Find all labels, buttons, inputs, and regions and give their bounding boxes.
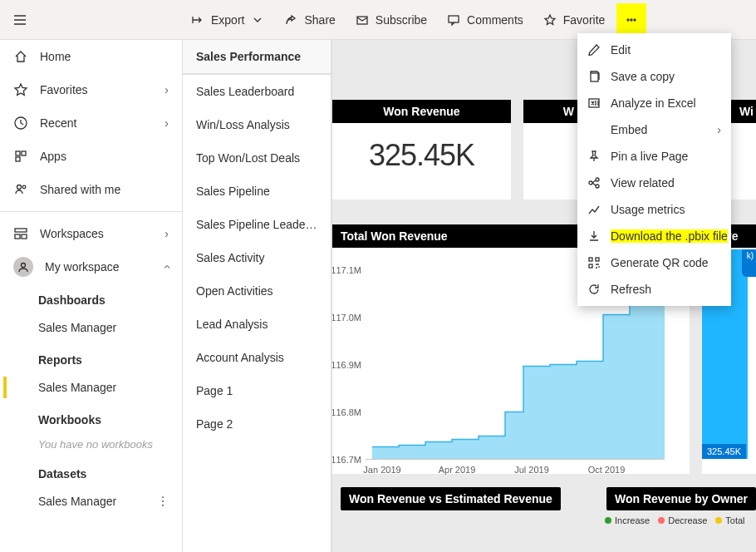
avatar-icon	[13, 257, 33, 277]
dashboard-sales-manager[interactable]: Sales Manager	[0, 312, 182, 343]
section-datasets: Datasets	[0, 457, 182, 485]
menu-pin[interactable]: Pin a live Page	[577, 143, 731, 170]
nav-favorites[interactable]: Favorites ›	[0, 73, 182, 106]
subscribe-button[interactable]: Subscribe	[347, 3, 435, 37]
nav-my-workspace[interactable]: My workspace ›	[0, 250, 182, 283]
svg-point-10	[22, 185, 26, 189]
legend: Increase Decrease Total	[605, 515, 745, 525]
chevron-right-icon: ›	[164, 116, 169, 130]
clock-icon	[13, 116, 28, 131]
people-icon	[13, 182, 28, 197]
menu-download-pbix[interactable]: Download the .pbix file	[577, 223, 731, 249]
chevron-right-icon: ›	[717, 123, 721, 136]
menu-analyze-excel[interactable]: Analyze in Excel	[577, 90, 731, 116]
svg-rect-31	[596, 258, 599, 261]
share-button[interactable]: Share	[276, 3, 343, 37]
nav-apps-label: Apps	[40, 150, 66, 163]
apps-icon	[13, 149, 28, 164]
more-menu: Edit Save a copy Analyze in Excel Embed …	[577, 33, 731, 306]
report-sales-manager[interactable]: Sales Manager	[0, 372, 182, 403]
page-tab[interactable]: Win/Loss Analysis	[183, 108, 331, 141]
nav-shared-label: Shared with me	[40, 183, 120, 196]
page-tab[interactable]: Sales Pipeline Leaderbo...	[183, 208, 331, 241]
page-tab[interactable]: Page 2	[183, 407, 331, 441]
svg-point-14	[22, 264, 26, 268]
tile-peek: Wi	[731, 100, 756, 200]
svg-rect-7	[22, 151, 26, 155]
tile-won-revenue[interactable]: Won Revenue 325.45K	[332, 100, 511, 200]
comment-icon	[447, 13, 460, 27]
page-tab[interactable]: Top Won/Lost Deals	[183, 141, 331, 175]
nav-workspaces[interactable]: Workspaces ›	[0, 217, 182, 250]
comments-button[interactable]: Comments	[439, 3, 532, 37]
dataset-sales-manager[interactable]: Sales Manager ⋯	[0, 485, 182, 517]
page-tab[interactable]: Sales Activity	[183, 241, 331, 274]
hamburger-button[interactable]	[0, 0, 40, 40]
menu-refresh[interactable]: Refresh	[577, 276, 731, 303]
svg-text:117.0M: 117.0M	[332, 313, 361, 323]
section-reports: Reports	[0, 343, 182, 372]
metrics-icon	[587, 203, 601, 216]
menu-save-copy[interactable]: Save a copy	[577, 63, 731, 90]
menu-icon	[12, 12, 27, 27]
refresh-icon	[587, 283, 601, 296]
svg-rect-8	[16, 157, 20, 161]
more-button[interactable]	[616, 3, 646, 37]
svg-rect-1	[449, 16, 459, 22]
share-icon	[284, 13, 297, 27]
page-tab[interactable]: Page 1	[183, 374, 331, 407]
svg-text:116.9M: 116.9M	[332, 360, 361, 370]
nav-recent-label: Recent	[40, 116, 76, 130]
svg-text:116.8M: 116.8M	[332, 407, 361, 417]
svg-rect-26	[589, 99, 599, 107]
svg-text:117.1M: 117.1M	[332, 265, 361, 275]
tile-title: Won Revenue by Owner	[606, 487, 756, 510]
workbooks-empty: You have no workbooks	[0, 431, 182, 457]
menu-edit[interactable]: Edit	[577, 37, 731, 63]
nav-shared[interactable]: Shared with me	[0, 173, 182, 206]
svg-text:Jul 2019: Jul 2019	[514, 465, 549, 475]
nav-favorites-label: Favorites	[40, 83, 88, 96]
favorite-label: Favorite	[563, 13, 606, 27]
svg-point-29	[596, 185, 599, 188]
section-dashboards: Dashboards	[0, 283, 182, 312]
ellipsis-icon[interactable]: ⋯	[156, 495, 169, 508]
tile-title: Won Revenue vs Estimated Revenue	[341, 487, 561, 510]
svg-text:Oct 2019: Oct 2019	[588, 465, 626, 475]
svg-point-4	[634, 19, 636, 21]
workspace-icon	[13, 226, 28, 241]
favorite-button[interactable]: Favorite	[535, 3, 614, 37]
svg-point-28	[596, 178, 599, 181]
chart-badge: 325.45K	[702, 444, 746, 459]
menu-view-related[interactable]: View related	[577, 170, 731, 196]
nav-apps[interactable]: Apps	[0, 140, 182, 173]
svg-text:Jan 2019: Jan 2019	[363, 465, 400, 475]
svg-rect-12	[15, 234, 20, 239]
toolbar-actions: Export Share Subscribe Comments Favorite	[183, 3, 646, 37]
section-workbooks: Workbooks	[0, 403, 182, 431]
svg-text:116.7M: 116.7M	[332, 455, 361, 465]
tile-title: Won Revenue	[332, 100, 511, 123]
menu-embed[interactable]: Embed ›	[577, 116, 731, 143]
menu-qr-code[interactable]: Generate QR code	[577, 249, 731, 276]
nav-home-label: Home	[40, 50, 71, 63]
menu-usage-metrics[interactable]: Usage metrics	[577, 196, 731, 223]
svg-point-3	[631, 19, 632, 21]
chevron-up-icon: ›	[160, 265, 174, 269]
page-tab[interactable]: Sales Pipeline	[183, 175, 331, 208]
left-nav: Home Favorites › Recent › Apps Shared wi…	[0, 40, 183, 552]
nav-home[interactable]: Home	[0, 40, 182, 73]
pin-icon	[587, 150, 601, 163]
svg-point-27	[589, 181, 592, 185]
related-icon	[587, 176, 601, 190]
svg-rect-13	[22, 234, 27, 239]
nav-recent[interactable]: Recent ›	[0, 106, 182, 140]
export-label: Export	[211, 13, 244, 27]
pencil-icon	[587, 43, 601, 57]
page-tab[interactable]: Account Analysis	[183, 341, 331, 374]
chevron-right-icon: ›	[164, 227, 169, 240]
export-button[interactable]: Export	[183, 3, 272, 37]
page-tab[interactable]: Sales Leaderboard	[183, 75, 331, 108]
page-tab[interactable]: Open Activities	[183, 274, 331, 308]
page-tab[interactable]: Lead Analysis	[183, 308, 331, 341]
